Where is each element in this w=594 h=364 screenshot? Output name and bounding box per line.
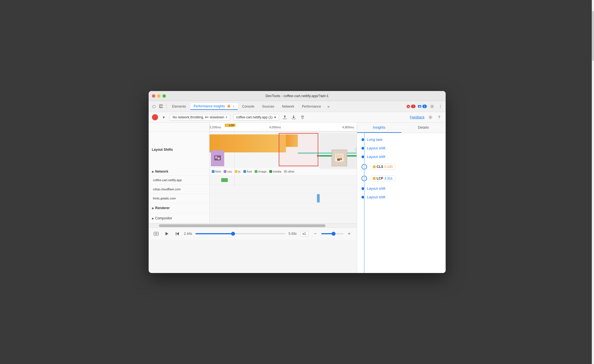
insight-layout-shift-2[interactable]: Layout shift <box>357 152 446 161</box>
url-arrow-icon: ▾ <box>274 115 276 119</box>
legend-image-dot <box>255 170 257 173</box>
tab-console[interactable]: Console <box>239 103 258 110</box>
tab-performance[interactable]: Performance <box>299 103 324 110</box>
svg-point-10 <box>218 157 220 160</box>
minimize-button[interactable] <box>157 94 161 98</box>
time-scrubber[interactable] <box>195 233 285 234</box>
title-bar: DevTools - coffee-cart.netlify.app/?ad=1 <box>149 91 446 101</box>
download-icon[interactable] <box>291 114 297 120</box>
network-label: ▶ Network <box>149 168 210 175</box>
tab-close-icon[interactable]: × <box>233 105 234 108</box>
ruler-dashed-4800 <box>354 123 354 131</box>
legend-font-dot <box>243 170 246 173</box>
scrubber-fill <box>195 233 233 234</box>
secondary-toolbar: ▾ No network throttling, 4× slowdown ▾ c… <box>149 112 446 123</box>
legend-media: media <box>269 170 281 173</box>
legend-css: css <box>224 170 232 173</box>
tab-insights[interactable]: Insights <box>357 123 401 133</box>
maximize-button[interactable] <box>162 94 166 98</box>
insight-long-task[interactable]: Long task <box>357 135 446 144</box>
insight-layout-shift-3-link[interactable]: Layout shift <box>367 186 386 191</box>
tab-network[interactable]: Network <box>279 103 298 110</box>
zoom-controls: − + <box>312 230 353 237</box>
main-content: 3,200ms LCP 4,000ms <box>149 123 446 273</box>
timeline-vertical-line <box>364 133 365 273</box>
insights-scroll[interactable]: Long task Layout shift Layout shift <box>357 133 446 273</box>
legend-media-dot <box>269 170 272 173</box>
renderer-chevron-icon[interactable]: ▶ <box>152 207 154 210</box>
zoom-thumb[interactable] <box>332 232 335 236</box>
insight-long-task-link[interactable]: Long task <box>367 137 383 142</box>
url-dropdown[interactable]: coffee-cart.netlify.app (1) ▾ <box>233 114 279 121</box>
svg-rect-12 <box>336 154 343 158</box>
insight-layout-shift-1[interactable]: Layout shift <box>357 144 446 152</box>
scroll-thumb[interactable] <box>159 224 326 227</box>
device-icon[interactable] <box>158 103 164 110</box>
scrubber-thumb[interactable] <box>231 232 235 236</box>
lcp-badge-item[interactable]: LCP 3.31s <box>370 175 396 181</box>
insight-layout-shift-2-link[interactable]: Layout shift <box>367 155 386 159</box>
insights-panel: Insights Details Long task Layout shift <box>357 123 446 273</box>
zoom-slider[interactable] <box>321 233 344 234</box>
settings2-icon[interactable] <box>427 114 433 120</box>
network-row-3: fonts.gstatic.com <box>149 194 357 203</box>
settings-icon[interactable] <box>429 103 435 110</box>
secondary-toolbar-right: Feedback ? <box>410 114 442 120</box>
screenshot-toggle-button[interactable] <box>153 230 160 237</box>
close-button[interactable] <box>152 94 155 98</box>
more-options-icon[interactable]: ⋮ <box>437 103 443 110</box>
record-button[interactable] <box>152 114 158 120</box>
dropdown-arrow-icon[interactable]: ▾ <box>161 114 167 120</box>
horizontal-scrollbar[interactable] <box>149 223 357 227</box>
tab-sources[interactable]: Sources <box>259 103 278 110</box>
network-bar-green <box>221 178 228 182</box>
zoom-in-icon[interactable]: + <box>346 230 353 237</box>
timeline-ruler: 3,200ms LCP 4,000ms <box>210 123 357 131</box>
toolbar-right: ✕ 1 ✉ 1 ⋮ <box>406 103 443 110</box>
cls-label: CLS <box>377 165 383 169</box>
legend-other: other <box>284 170 295 173</box>
compositor-label: ▶ Compositor <box>149 213 210 223</box>
upload-icon[interactable] <box>282 114 288 120</box>
insight-layout-shift-4[interactable]: Layout shift <box>357 193 446 201</box>
timeline-panel: 3,200ms LCP 4,000ms <box>149 123 357 273</box>
legend-image: image <box>255 170 267 173</box>
insight-layout-shift-4-link[interactable]: Layout shift <box>367 195 386 199</box>
help-icon[interactable]: ? <box>436 114 442 120</box>
insights-tabs: Insights Details <box>357 123 446 133</box>
svg-point-16 <box>155 233 157 235</box>
svg-marker-19 <box>177 232 179 235</box>
layout-shifts-label: Layout Shifts <box>149 132 210 168</box>
lcp-marker: LCP <box>225 124 236 127</box>
tab-performance-insights[interactable]: Performance insights 🔥 × <box>190 103 238 110</box>
feedback-link[interactable]: Feedback <box>410 115 425 119</box>
insight-layout-shift-1-link[interactable]: Layout shift <box>367 146 386 150</box>
cursor-icon[interactable]: ⬡ <box>151 103 157 110</box>
legend-css-dot <box>224 170 226 173</box>
delete-icon[interactable] <box>299 114 306 120</box>
more-tabs-icon[interactable]: » <box>326 103 332 110</box>
playback-speed-badge[interactable]: x1 <box>300 231 309 236</box>
red-selection-box[interactable] <box>279 133 319 166</box>
insight-cls[interactable]: CLS 0.193 <box>357 161 446 173</box>
throttling-dropdown[interactable]: No network throttling, 4× slowdown ▾ <box>170 114 230 121</box>
cls-badge[interactable]: CLS 0.193 <box>370 164 396 170</box>
errors-badge-container[interactable]: ✕ 1 <box>406 105 415 108</box>
insight-lcp[interactable]: LCP 3.31s <box>357 173 446 184</box>
zoom-out-icon[interactable]: − <box>312 230 319 237</box>
layout-shifts-content[interactable]: › <box>210 132 357 168</box>
tab-details[interactable]: Details <box>401 123 446 133</box>
skip-to-start-button[interactable] <box>174 230 181 237</box>
messages-badge-container[interactable]: ✉ 1 <box>418 105 427 108</box>
orange-bar-main <box>210 134 286 152</box>
tab-elements[interactable]: Elements <box>169 103 189 110</box>
play-button[interactable] <box>163 230 170 237</box>
insight-layout-shift-3[interactable]: Layout shift <box>357 184 446 193</box>
ruler-dashed-4000 <box>280 123 281 131</box>
compositor-chevron-icon[interactable]: ▶ <box>152 217 154 220</box>
network-row-3-label: fonts.gstatic.com <box>149 194 210 203</box>
svg-rect-15 <box>154 232 158 235</box>
renderer-label: ▶ Renderer <box>149 203 210 213</box>
network-chevron-icon[interactable]: ▶ <box>152 170 154 173</box>
ruler-3200ms: 3,200ms <box>210 126 221 129</box>
